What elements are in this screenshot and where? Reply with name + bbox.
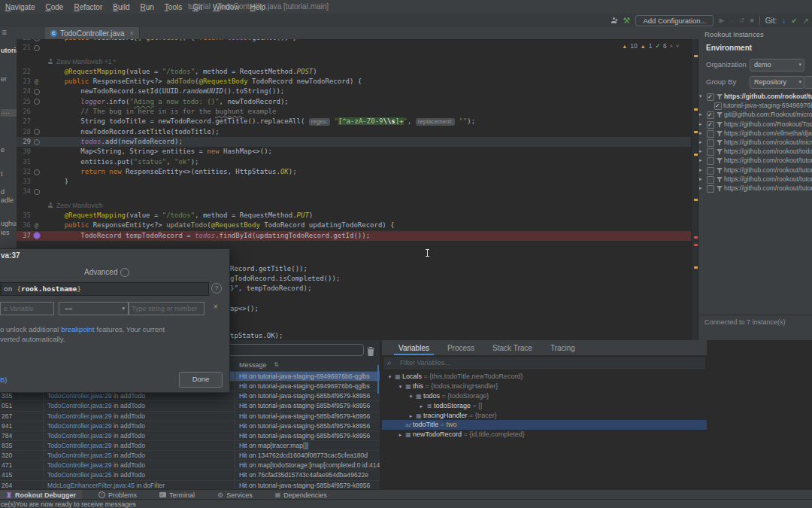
variable-row-locals[interactable]: ▾▦Locals = {this,todoTitle,newTodoRecord… — [382, 372, 707, 382]
operator-select[interactable]: ==▾ — [59, 302, 129, 315]
instance-checkbox[interactable] — [707, 139, 714, 147]
advanced-toggle[interactable] — [120, 268, 129, 277]
instance-checkbox[interactable] — [707, 148, 714, 156]
tab-stack-trace[interactable]: Stack Trace — [483, 340, 541, 355]
filter-icon[interactable] — [717, 139, 723, 147]
endpoint-icon[interactable]: @ — [35, 77, 38, 87]
prev-issue-icon[interactable]: ˄ — [670, 44, 673, 49]
variable-row-todos[interactable]: ▾▦todos = {todoStorage} — [382, 391, 707, 401]
code-author-annotation[interactable]: Zeev Manilovich — [17, 201, 692, 211]
instance-checkbox[interactable] — [707, 111, 714, 119]
menu-tools[interactable]: Tools — [159, 3, 187, 11]
instance-checkbox[interactable] — [714, 102, 722, 110]
hit-location-link[interactable]: TodoController.java:29 — [47, 422, 112, 430]
variable-row-newtodorecord[interactable]: ▸▦newTodoRecord = {id,title,completed} — [382, 430, 707, 440]
chevron-icon[interactable]: ▸ — [699, 147, 705, 156]
hit-location-link[interactable]: TodoController.java:29 — [47, 412, 112, 420]
hits-filter-input[interactable] — [227, 344, 364, 356]
breakpoint-slot-icon[interactable] — [34, 189, 40, 195]
hit-location-link[interactable]: TodoController.java:25 — [47, 452, 112, 459]
chevron-icon[interactable]: ▸ — [699, 138, 705, 147]
variable-input[interactable]: e Variable — [0, 302, 54, 315]
menu-run[interactable]: Run — [135, 3, 159, 11]
variable-row-todostorage[interactable]: ▸≣todoStorage = [] — [382, 401, 707, 411]
refresh-button[interactable] — [804, 76, 812, 89]
group-by-select[interactable]: Repository▾ — [750, 76, 804, 89]
tab-todocontroller-java[interactable]: C TodoController.java × — [45, 27, 140, 39]
breakpoint-link[interactable]: breakpoint — [61, 325, 94, 333]
filter-icon[interactable] — [717, 111, 723, 119]
hit-location-link[interactable]: TodoController.java:25 — [47, 471, 112, 479]
variable-row-tracinghandler[interactable]: ▸▦tracingHandler = {tracer} — [382, 411, 707, 421]
chevron-icon[interactable]: ▸ — [397, 430, 404, 440]
filter-icon[interactable] — [717, 176, 723, 184]
project-item-fragment[interactable]: ughunt- — [1, 220, 17, 227]
chevron-icon[interactable]: ▸ — [699, 129, 705, 138]
filter-icon[interactable] — [717, 121, 723, 129]
hit-row[interactable]: 784TodoController.java:29 in addTodoHit … — [0, 431, 380, 441]
instance-row[interactable]: ▸https://github.com/rookout/tutoria — [698, 175, 812, 184]
instance-row[interactable]: ▸https://github.com/rookout/tutoria — [698, 166, 812, 175]
user-menu-button[interactable]: ▾ — [611, 17, 618, 23]
trash-icon[interactable] — [367, 345, 374, 359]
breakpoint-slot-icon[interactable] — [34, 129, 40, 135]
project-item-fragment[interactable]: d — [1, 188, 5, 196]
stripe-collapse-icon[interactable]: ≣ — [2, 29, 9, 36]
instance-checkbox[interactable] — [707, 93, 714, 101]
instance-checkbox[interactable] — [707, 157, 714, 165]
instance-checkbox[interactable] — [707, 176, 714, 184]
instance-row[interactable]: ▸git@github.com:Rookout/microser — [698, 110, 812, 119]
filter-icon[interactable] — [717, 167, 723, 175]
hit-row[interactable]: 335TodoController.java:29 in addTodoHit … — [0, 391, 380, 401]
help-icon[interactable]: ? — [211, 283, 222, 294]
variables-filter[interactable]: ⌕ Filter Variables... — [383, 356, 706, 370]
breakpoint-slot-icon[interactable] — [34, 45, 40, 51]
variable-row-this[interactable]: ▾▦this = {todos,tracingHandler} — [382, 382, 707, 391]
menu-refactor[interactable]: Refactor — [68, 3, 108, 11]
menu-navigate[interactable]: Navigate — [0, 3, 40, 11]
rookout-breakpoint-icon[interactable] — [33, 232, 41, 239]
project-item-fragment[interactable]: e — [1, 146, 5, 154]
breakpoint-slot-icon[interactable] — [34, 169, 40, 175]
chevron-icon[interactable]: ▾ — [699, 92, 705, 101]
instance-row[interactable]: ▸https://github.com/rookout/tutoria — [698, 156, 812, 165]
project-item-fragment[interactable]: adle — [1, 196, 14, 204]
breakpoint-slot-icon[interactable] — [34, 39, 40, 41]
hit-row[interactable]: 415TodoController.java:25 in addTodoHit … — [0, 470, 380, 480]
done-button[interactable]: Done — [179, 372, 223, 388]
filter-icon[interactable] — [717, 148, 723, 156]
organization-select[interactable]: demo▾ — [750, 59, 804, 71]
hit-row[interactable]: 267TodoController.java:29 in addTodoHit … — [0, 412, 380, 421]
project-item-fragment[interactable]: utorial — [1, 47, 17, 54]
hit-row[interactable]: 471TodoController.java:29 in addTodoHit … — [0, 461, 380, 470]
hit-location-link[interactable]: TodoController.java:29 — [47, 442, 112, 449]
tab-tracing[interactable]: Tracing — [541, 340, 584, 355]
chevron-icon[interactable]: ▸ — [699, 120, 705, 129]
instance-row[interactable]: ▸https://github.com/ellmetha/djang — [698, 129, 812, 138]
instance-row[interactable]: tutorial-java-staging-69496976b6- — [698, 101, 812, 110]
build-project-icon[interactable]: ⚒ — [623, 17, 631, 25]
instance-row[interactable]: ▸https://github.com/rookout/tutoria — [698, 184, 812, 193]
hit-location-link[interactable]: TodoController.java:29 — [47, 402, 112, 409]
project-item-fragment[interactable]: ies — [1, 229, 10, 236]
hit-row[interactable]: 264MdcLogEnhancerFilter.java:45 in doFil… — [0, 481, 380, 489]
instance-row[interactable]: ▸https://github.com/rookout/todo-c — [698, 147, 812, 156]
git-commit-icon[interactable]: ✔ — [791, 17, 797, 25]
hit-row[interactable]: 320TodoController.java:25 in addTodoHit … — [0, 451, 380, 461]
project-item-fragment[interactable]: ···· — [1, 109, 17, 117]
instance-checkbox[interactable] — [707, 121, 714, 129]
chevron-icon[interactable]: ▸ — [699, 184, 705, 193]
breakpoint-slot-icon[interactable] — [34, 89, 40, 95]
hit-row[interactable]: 835TodoController.java:29 in addTodoHit … — [0, 441, 380, 451]
chevron-icon[interactable]: ▸ — [699, 156, 705, 165]
hit-location-link[interactable]: MdcLogEnhancerFilter.java:45 — [47, 482, 135, 489]
hits-scrollbar[interactable] — [377, 365, 379, 394]
git-update-icon[interactable]: ↓ — [782, 17, 786, 25]
hit-location-link[interactable]: TodoController.java:29 — [47, 432, 112, 440]
remove-condition-icon[interactable]: × — [214, 303, 218, 311]
add-configuration-button[interactable]: Add Configuration... — [635, 15, 714, 26]
next-issue-icon[interactable]: ˅ — [676, 44, 679, 49]
hit-row[interactable]: 051TodoController.java:29 in addTodoHit … — [0, 401, 380, 411]
hit-location-link[interactable]: TodoController.java:29 — [47, 392, 112, 400]
close-icon[interactable]: × — [130, 29, 134, 37]
